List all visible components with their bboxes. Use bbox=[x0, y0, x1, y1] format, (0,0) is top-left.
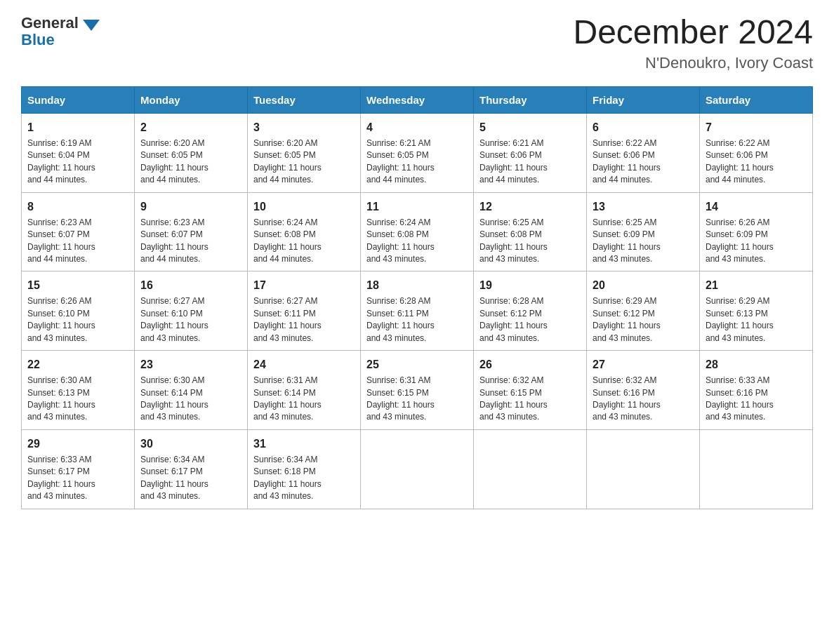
day-info: Sunrise: 6:34 AMSunset: 6:17 PMDaylight:… bbox=[140, 454, 241, 503]
page-header: General Blue December 2024 N'Denoukro, I… bbox=[21, 14, 813, 72]
day-number: 31 bbox=[253, 436, 355, 452]
day-header-monday: Monday bbox=[135, 86, 248, 113]
calendar-cell: 22Sunrise: 6:30 AMSunset: 6:13 PMDayligh… bbox=[22, 351, 135, 430]
logo-top: General bbox=[21, 14, 100, 32]
calendar-cell: 12Sunrise: 6:25 AMSunset: 6:08 PMDayligh… bbox=[474, 192, 587, 271]
day-info: Sunrise: 6:27 AMSunset: 6:11 PMDaylight:… bbox=[253, 295, 355, 344]
calendar-cell: 29Sunrise: 6:33 AMSunset: 6:17 PMDayligh… bbox=[22, 429, 135, 509]
calendar-cell: 13Sunrise: 6:25 AMSunset: 6:09 PMDayligh… bbox=[587, 192, 700, 271]
day-info: Sunrise: 6:23 AMSunset: 6:07 PMDaylight:… bbox=[140, 217, 241, 266]
day-info: Sunrise: 6:21 AMSunset: 6:05 PMDaylight:… bbox=[366, 137, 468, 187]
calendar-table: SundayMondayTuesdayWednesdayThursdayFrid… bbox=[21, 86, 813, 509]
calendar-cell: 7Sunrise: 6:22 AMSunset: 6:06 PMDaylight… bbox=[700, 113, 813, 192]
day-number: 27 bbox=[593, 356, 694, 373]
logo-arrow-icon bbox=[83, 20, 100, 31]
calendar-cell: 20Sunrise: 6:29 AMSunset: 6:12 PMDayligh… bbox=[587, 271, 700, 351]
calendar-cell: 25Sunrise: 6:31 AMSunset: 6:15 PMDayligh… bbox=[361, 351, 474, 430]
day-number: 7 bbox=[706, 119, 807, 135]
calendar-cell bbox=[361, 429, 474, 509]
calendar-cell: 4Sunrise: 6:21 AMSunset: 6:05 PMDaylight… bbox=[361, 113, 474, 192]
day-info: Sunrise: 6:29 AMSunset: 6:13 PMDaylight:… bbox=[706, 295, 807, 344]
calendar-cell: 16Sunrise: 6:27 AMSunset: 6:10 PMDayligh… bbox=[135, 271, 248, 351]
calendar-cell: 5Sunrise: 6:21 AMSunset: 6:06 PMDaylight… bbox=[474, 113, 587, 192]
calendar-cell: 1Sunrise: 6:19 AMSunset: 6:04 PMDaylight… bbox=[22, 113, 135, 192]
calendar-cell: 17Sunrise: 6:27 AMSunset: 6:11 PMDayligh… bbox=[248, 271, 361, 351]
day-info: Sunrise: 6:32 AMSunset: 6:16 PMDaylight:… bbox=[593, 375, 694, 424]
day-number: 19 bbox=[479, 277, 581, 293]
day-info: Sunrise: 6:22 AMSunset: 6:06 PMDaylight:… bbox=[593, 137, 694, 187]
calendar-cell: 24Sunrise: 6:31 AMSunset: 6:14 PMDayligh… bbox=[248, 351, 361, 430]
day-info: Sunrise: 6:22 AMSunset: 6:06 PMDaylight:… bbox=[706, 137, 807, 187]
day-info: Sunrise: 6:26 AMSunset: 6:10 PMDaylight:… bbox=[27, 295, 128, 344]
calendar-cell bbox=[700, 429, 813, 509]
calendar-header: SundayMondayTuesdayWednesdayThursdayFrid… bbox=[22, 86, 813, 113]
calendar-body: 1Sunrise: 6:19 AMSunset: 6:04 PMDaylight… bbox=[22, 113, 813, 509]
day-info: Sunrise: 6:25 AMSunset: 6:08 PMDaylight:… bbox=[479, 217, 581, 266]
day-number: 6 bbox=[593, 119, 694, 135]
day-info: Sunrise: 6:33 AMSunset: 6:16 PMDaylight:… bbox=[706, 375, 807, 424]
calendar-cell: 8Sunrise: 6:23 AMSunset: 6:07 PMDaylight… bbox=[22, 192, 135, 271]
title-section: December 2024 N'Denoukro, Ivory Coast bbox=[573, 14, 813, 72]
day-number: 24 bbox=[253, 356, 355, 373]
day-number: 9 bbox=[140, 199, 241, 215]
calendar-cell: 15Sunrise: 6:26 AMSunset: 6:10 PMDayligh… bbox=[22, 271, 135, 351]
calendar-cell: 28Sunrise: 6:33 AMSunset: 6:16 PMDayligh… bbox=[700, 351, 813, 430]
day-header-saturday: Saturday bbox=[700, 86, 813, 113]
day-number: 28 bbox=[706, 356, 807, 373]
calendar-cell: 26Sunrise: 6:32 AMSunset: 6:15 PMDayligh… bbox=[474, 351, 587, 430]
day-number: 17 bbox=[253, 277, 355, 293]
calendar-cell: 19Sunrise: 6:28 AMSunset: 6:12 PMDayligh… bbox=[474, 271, 587, 351]
week-row-3: 15Sunrise: 6:26 AMSunset: 6:10 PMDayligh… bbox=[22, 271, 813, 351]
calendar-cell: 30Sunrise: 6:34 AMSunset: 6:17 PMDayligh… bbox=[135, 429, 248, 509]
main-title: December 2024 bbox=[573, 14, 813, 51]
day-info: Sunrise: 6:31 AMSunset: 6:14 PMDaylight:… bbox=[253, 375, 355, 424]
week-row-5: 29Sunrise: 6:33 AMSunset: 6:17 PMDayligh… bbox=[22, 429, 813, 509]
day-number: 21 bbox=[706, 277, 807, 293]
day-info: Sunrise: 6:29 AMSunset: 6:12 PMDaylight:… bbox=[593, 295, 694, 344]
day-number: 30 bbox=[140, 436, 241, 452]
day-number: 1 bbox=[27, 119, 128, 135]
day-number: 26 bbox=[479, 356, 581, 373]
day-info: Sunrise: 6:28 AMSunset: 6:12 PMDaylight:… bbox=[479, 295, 581, 344]
day-info: Sunrise: 6:33 AMSunset: 6:17 PMDaylight:… bbox=[27, 454, 128, 503]
calendar-cell: 10Sunrise: 6:24 AMSunset: 6:08 PMDayligh… bbox=[248, 192, 361, 271]
day-header-tuesday: Tuesday bbox=[248, 86, 361, 113]
day-number: 12 bbox=[479, 199, 581, 215]
day-number: 2 bbox=[140, 119, 241, 135]
day-number: 14 bbox=[706, 199, 807, 215]
week-row-2: 8Sunrise: 6:23 AMSunset: 6:07 PMDaylight… bbox=[22, 192, 813, 271]
day-info: Sunrise: 6:24 AMSunset: 6:08 PMDaylight:… bbox=[253, 217, 355, 266]
day-header-wednesday: Wednesday bbox=[361, 86, 474, 113]
day-number: 4 bbox=[366, 119, 468, 135]
day-info: Sunrise: 6:31 AMSunset: 6:15 PMDaylight:… bbox=[366, 375, 468, 424]
week-row-4: 22Sunrise: 6:30 AMSunset: 6:13 PMDayligh… bbox=[22, 351, 813, 430]
calendar-cell: 18Sunrise: 6:28 AMSunset: 6:11 PMDayligh… bbox=[361, 271, 474, 351]
calendar-cell: 14Sunrise: 6:26 AMSunset: 6:09 PMDayligh… bbox=[700, 192, 813, 271]
day-header-thursday: Thursday bbox=[474, 86, 587, 113]
day-info: Sunrise: 6:25 AMSunset: 6:09 PMDaylight:… bbox=[593, 217, 694, 266]
calendar-cell bbox=[587, 429, 700, 509]
day-number: 5 bbox=[479, 119, 581, 135]
day-info: Sunrise: 6:24 AMSunset: 6:08 PMDaylight:… bbox=[366, 217, 468, 266]
calendar-cell: 23Sunrise: 6:30 AMSunset: 6:14 PMDayligh… bbox=[135, 351, 248, 430]
week-row-1: 1Sunrise: 6:19 AMSunset: 6:04 PMDaylight… bbox=[22, 113, 813, 192]
day-info: Sunrise: 6:19 AMSunset: 6:04 PMDaylight:… bbox=[27, 137, 128, 187]
day-info: Sunrise: 6:27 AMSunset: 6:10 PMDaylight:… bbox=[140, 295, 241, 344]
day-number: 18 bbox=[366, 277, 468, 293]
calendar-cell bbox=[474, 429, 587, 509]
day-number: 13 bbox=[593, 199, 694, 215]
day-info: Sunrise: 6:26 AMSunset: 6:09 PMDaylight:… bbox=[706, 217, 807, 266]
day-number: 16 bbox=[140, 277, 241, 293]
calendar-cell: 3Sunrise: 6:20 AMSunset: 6:05 PMDaylight… bbox=[248, 113, 361, 192]
day-header-friday: Friday bbox=[587, 86, 700, 113]
day-info: Sunrise: 6:30 AMSunset: 6:14 PMDaylight:… bbox=[140, 375, 241, 424]
day-info: Sunrise: 6:28 AMSunset: 6:11 PMDaylight:… bbox=[366, 295, 468, 344]
day-number: 8 bbox=[27, 199, 128, 215]
day-header-sunday: Sunday bbox=[22, 86, 135, 113]
calendar-cell: 11Sunrise: 6:24 AMSunset: 6:08 PMDayligh… bbox=[361, 192, 474, 271]
day-number: 15 bbox=[27, 277, 128, 293]
calendar-cell: 27Sunrise: 6:32 AMSunset: 6:16 PMDayligh… bbox=[587, 351, 700, 430]
logo-general-text: General bbox=[21, 14, 79, 32]
day-number: 23 bbox=[140, 356, 241, 373]
day-number: 20 bbox=[593, 277, 694, 293]
